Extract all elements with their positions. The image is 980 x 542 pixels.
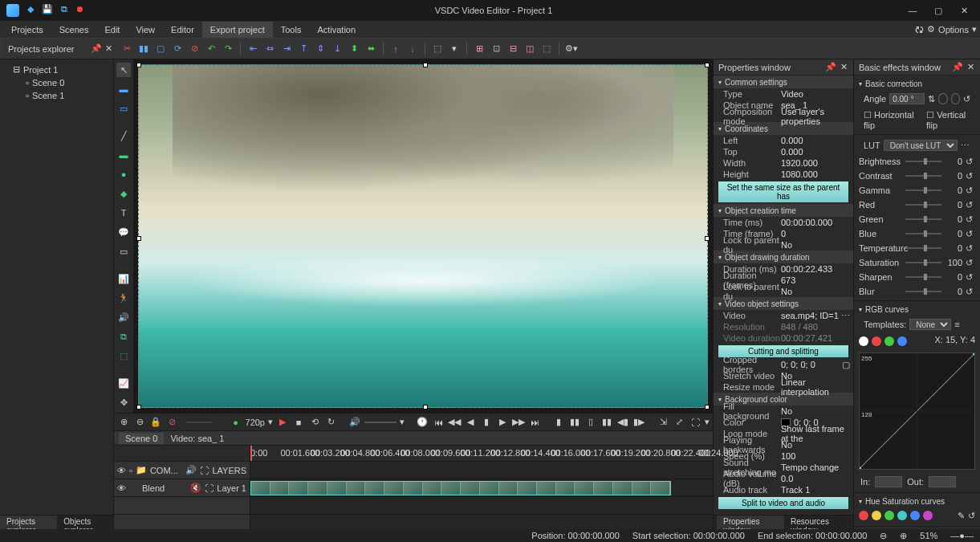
tl-add-icon[interactable]: ⊕ <box>117 416 130 429</box>
menu-view[interactable]: View <box>128 22 163 38</box>
slider-red[interactable] <box>905 204 941 206</box>
pin-icon[interactable]: 📌 <box>826 63 836 72</box>
align-center-h-icon[interactable]: ⇔ <box>262 42 277 56</box>
curve-all-icon[interactable] <box>859 336 868 346</box>
close-icon[interactable]: ✕ <box>966 63 975 72</box>
slider-gamma[interactable] <box>905 189 941 191</box>
tl-lock-icon[interactable]: 🔒 <box>149 416 162 429</box>
rotate-icon[interactable]: ⟳ <box>170 42 185 56</box>
group-icon[interactable]: ⬚ <box>430 42 445 56</box>
resolution-label[interactable]: 720p <box>246 418 265 427</box>
reset-icon[interactable]: ↺ <box>966 287 975 297</box>
tl-prevframe-icon[interactable]: ◀ <box>464 416 477 429</box>
curve-in-input[interactable] <box>875 476 902 487</box>
tl-next-icon[interactable]: ▶▶ <box>512 416 525 429</box>
menu-edit[interactable]: Edit <box>96 22 128 38</box>
tool-video-icon[interactable]: ▬ <box>116 82 131 96</box>
tl-start-icon[interactable]: ⏮ <box>432 416 445 429</box>
tree-scene-0[interactable]: ▫ Scene 0 <box>3 76 110 89</box>
zoom-in-icon[interactable]: ⊕ <box>900 531 907 541</box>
slider-green[interactable] <box>905 218 941 220</box>
slider-sharpen[interactable] <box>905 276 941 278</box>
close-panel-icon[interactable]: ✕ <box>105 43 112 54</box>
lut-select[interactable]: Don't use LUT <box>884 140 958 151</box>
tree-project[interactable]: ⊟ Project 1 <box>3 63 110 76</box>
align-bottom-icon[interactable]: ⤓ <box>330 42 344 56</box>
tl-fit3-icon[interactable]: ⛶ <box>689 416 701 429</box>
timeline-ruler[interactable]: 0:00 00:01.600 00:03.200 00:04.800 00:06… <box>250 446 713 461</box>
menu-export[interactable]: Export project <box>202 22 273 38</box>
eye-icon[interactable]: 👁 <box>117 466 126 475</box>
layer-up-icon[interactable]: ↑ <box>388 42 403 56</box>
rotate-ccw-icon[interactable] <box>938 93 947 104</box>
tl-loop-icon[interactable]: ⟲ <box>308 416 321 429</box>
tl-end-icon[interactable]: ⏭ <box>528 416 541 429</box>
same-size-button[interactable]: Set the same size as the parent has <box>718 181 848 202</box>
distribute-h-icon[interactable]: ⬍ <box>347 42 361 56</box>
slider-contrast[interactable] <box>905 175 941 177</box>
hue-magenta-icon[interactable] <box>923 511 933 520</box>
templates-select[interactable]: None <box>909 319 951 330</box>
pin-icon[interactable]: 📌 <box>953 63 962 72</box>
align-center-v-icon[interactable]: ⇕ <box>313 42 327 56</box>
section-hue-sat[interactable]: Hue Saturation curves <box>859 495 975 507</box>
tl-zoom-slider[interactable] <box>186 422 212 423</box>
slider-saturation[interactable] <box>905 262 941 263</box>
slider-blue[interactable] <box>905 233 941 234</box>
menu-editor[interactable]: Editor <box>163 22 202 38</box>
tool-select-icon[interactable]: ↖ <box>116 63 131 77</box>
new-icon[interactable]: ◆ <box>27 4 34 17</box>
tool-freeform-icon[interactable]: ◆ <box>116 186 131 201</box>
snap2-icon[interactable]: ⊡ <box>489 42 503 56</box>
reset-icon[interactable]: ↺ <box>966 171 975 181</box>
reset-icon[interactable]: ↺ <box>966 258 975 268</box>
tool-move-icon[interactable]: ✥ <box>116 395 131 410</box>
tl-clock-icon[interactable]: 🕐 <box>416 416 429 429</box>
saveall-icon[interactable]: ⧉ <box>61 4 67 17</box>
tl-prev-icon[interactable]: ◀◀ <box>448 416 461 429</box>
scene-tab[interactable]: Scene 0 <box>119 433 164 444</box>
tool-tooltip-icon[interactable]: 💬 <box>116 225 131 239</box>
browse-icon[interactable]: ⋯ <box>841 311 850 321</box>
tool-chart-icon[interactable]: 📊 <box>116 271 131 286</box>
rotate-cw-icon[interactable] <box>951 93 960 104</box>
close-button[interactable]: ✕ <box>954 3 974 18</box>
section-common[interactable]: Common settings <box>714 75 853 88</box>
tl-quality-icon[interactable]: ● <box>230 416 242 429</box>
hue-cyan-icon[interactable] <box>897 511 907 520</box>
reset-icon[interactable]: ↺ <box>968 511 975 521</box>
minimize-button[interactable]: — <box>903 3 922 18</box>
tl-marker3-icon[interactable]: ▯ <box>584 416 597 429</box>
reset-icon[interactable]: ↺ <box>966 243 975 254</box>
vflip-checkbox[interactable]: ☐ Vertical flip <box>926 110 970 130</box>
tab-projects-explorer[interactable]: Projects explorer <box>0 516 57 529</box>
tl-repeat-icon[interactable]: ↻ <box>324 416 337 429</box>
maximize-icon[interactable]: ⛶ <box>200 466 209 475</box>
tab-properties[interactable]: Properties window <box>717 516 784 529</box>
pen-icon[interactable]: ✎ <box>958 511 965 521</box>
crop-icon[interactable]: ▢ <box>153 42 168 56</box>
browse-icon[interactable]: ⋯ <box>961 141 970 151</box>
tl-marker5-icon[interactable]: ◀▮ <box>616 416 629 429</box>
tl-marker4-icon[interactable]: ▮▮ <box>600 416 613 429</box>
tool-subtitle-icon[interactable]: ▭ <box>116 244 131 259</box>
tl-marker2-icon[interactable]: ▮▮ <box>568 416 581 429</box>
chevron-down-icon[interactable]: ▾ <box>705 417 710 427</box>
tl-fit1-icon[interactable]: ⇲ <box>657 416 669 429</box>
split-icon[interactable]: ▮▮ <box>136 42 151 56</box>
hue-yellow-icon[interactable] <box>872 511 881 520</box>
section-duration[interactable]: Object drawing duration <box>714 251 853 263</box>
tree-scene-1[interactable]: ▫ Scene 1 <box>3 89 110 102</box>
options-button[interactable]: 🗘 ⚙ Options ▾ <box>915 24 977 35</box>
cut-icon[interactable]: ✂ <box>120 42 134 56</box>
snap1-icon[interactable]: ⊞ <box>472 42 486 56</box>
zoom-slider-icon[interactable]: —●— <box>950 531 974 540</box>
reset-icon[interactable]: ↺ <box>966 214 975 225</box>
snap3-icon[interactable]: ⊟ <box>506 42 520 56</box>
section-basic-correction[interactable]: Basic correction <box>859 77 975 90</box>
tl-nextframe-icon[interactable]: ▶ <box>496 416 509 429</box>
curve-blue-icon[interactable] <box>897 336 907 346</box>
align-top-icon[interactable]: ⤒ <box>296 42 311 56</box>
preview-canvas[interactable] <box>133 59 713 413</box>
tl-delete-icon[interactable]: ⊘ <box>165 416 178 429</box>
